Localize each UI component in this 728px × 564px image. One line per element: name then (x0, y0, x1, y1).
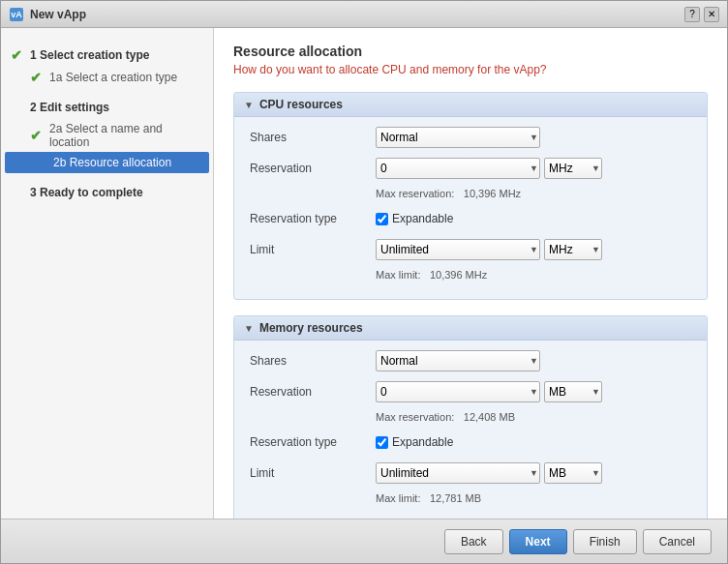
sidebar-item-step2b[interactable]: 2b Resource allocation (5, 152, 209, 173)
cpu-max-limit-value: 10,396 MHz (430, 269, 487, 281)
nav-section-step2: 2 Edit settings ✔ 2a Select a name and l… (1, 92, 213, 177)
vapp-icon: vA (9, 7, 24, 22)
mem-reservation-controls: 0 ▼ MB GB ▼ (376, 381, 691, 402)
sidebar-item-step2a[interactable]: ✔ 2a Select a name and location (1, 119, 213, 152)
content-area: ✔ 1 Select creation type ✔ 1a Select a c… (1, 28, 727, 519)
cpu-limit-controls: Unlimited Custom ▼ MHz GHz ▼ (376, 239, 691, 260)
nav-section-step1: ✔ 1 Select creation type ✔ 1a Select a c… (1, 40, 213, 92)
section-subtitle: How do you want to allocate CPU and memo… (233, 63, 708, 76)
mem-reservation-label: Reservation (250, 385, 376, 399)
mem-limit-select-wrapper: Unlimited Custom ▼ (376, 462, 540, 484)
mem-reservation-unit-select[interactable]: MB GB (544, 381, 602, 402)
cpu-reservation-controls: 0 ▼ MHz GHz ▼ (376, 158, 691, 179)
mem-max-limit-row: Max limit: 12,781 MB (250, 491, 691, 505)
mem-limit-unit-wrapper: MB GB ▼ (544, 462, 602, 484)
mem-shares-label: Shares (250, 354, 376, 368)
cpu-shares-row: Shares Normal Low High Custom ▼ (250, 125, 691, 150)
cpu-shares-controls: Normal Low High Custom ▼ (376, 127, 691, 148)
cpu-expandable-text: Expandable (392, 212, 453, 225)
memory-section-header[interactable]: ▼ Memory resources (234, 316, 707, 341)
memory-resources-section: ▼ Memory resources Shares Normal Low H (233, 315, 708, 519)
mem-expandable-checkbox[interactable] (376, 436, 388, 449)
sidebar: ✔ 1 Select creation type ✔ 1a Select a c… (1, 28, 214, 519)
mem-max-reservation-row: Max reservation: 12,408 MB (250, 410, 691, 424)
cpu-max-reservation-row: Max reservation: 10,396 MHz (250, 187, 691, 200)
cancel-button[interactable]: Cancel (643, 529, 712, 554)
mem-max-reservation-label: Max reservation: (376, 411, 460, 423)
mem-max-limit-label: Max limit: (376, 492, 427, 504)
cpu-limit-select[interactable]: Unlimited Custom (376, 239, 540, 260)
cpu-reservation-label: Reservation (250, 162, 376, 175)
cpu-expandable-checkbox-label[interactable]: Expandable (376, 212, 453, 225)
step3-space (9, 185, 24, 200)
footer: Back Next Finish Cancel (1, 519, 727, 563)
finish-button[interactable]: Finish (573, 529, 637, 554)
step1a-check-icon: ✔ (28, 70, 44, 85)
step3-label: 3 Ready to complete (30, 186, 143, 199)
mem-shares-row: Shares Normal Low High Custom ▼ (250, 348, 691, 373)
mem-shares-select[interactable]: Normal Low High Custom (376, 350, 540, 371)
mem-limit-select[interactable]: Unlimited Custom (376, 462, 540, 484)
mem-reservation-type-controls: Expandable (376, 435, 691, 449)
titlebar-actions: ? ✕ (684, 7, 719, 22)
memory-section-label: Memory resources (259, 321, 363, 335)
cpu-shares-select[interactable]: Normal Low High Custom (376, 127, 540, 148)
step2a-check-icon: ✔ (28, 128, 44, 143)
back-button[interactable]: Back (444, 529, 503, 554)
step1-check-icon: ✔ (9, 47, 24, 63)
mem-reservation-type-label: Reservation type (250, 435, 376, 449)
mem-limit-unit-select[interactable]: MB GB (544, 462, 602, 484)
next-button[interactable]: Next (509, 529, 567, 554)
cpu-reservation-unit-select[interactable]: MHz GHz (544, 158, 602, 179)
cpu-reservation-row: Reservation 0 ▼ MHz G (250, 156, 691, 181)
cpu-max-reservation-value: 10,396 MHz (464, 188, 521, 199)
cpu-reservation-unit-wrapper: MHz GHz ▼ (544, 158, 602, 179)
step1a-label: 1a Select a creation type (49, 71, 177, 84)
cpu-reservation-select[interactable]: 0 (376, 158, 540, 179)
mem-reservation-unit-wrapper: MB GB ▼ (544, 381, 602, 402)
cpu-limit-select-wrapper: Unlimited Custom ▼ (376, 239, 540, 260)
mem-limit-row: Limit Unlimited Custom ▼ (250, 460, 691, 486)
section-title: Resource allocation (233, 44, 708, 59)
cpu-reservation-type-label: Reservation type (250, 212, 376, 225)
cpu-shares-select-wrapper: Normal Low High Custom ▼ (376, 127, 540, 148)
step1-label: 1 Select creation type (30, 48, 149, 62)
mem-reservation-type-row: Reservation type Expandable (250, 430, 691, 455)
mem-limit-label: Limit (250, 466, 376, 480)
main-content: Resource allocation How do you want to a… (214, 28, 727, 519)
mem-reservation-select[interactable]: 0 (376, 381, 540, 402)
titlebar: vA New vApp ? ✕ (1, 1, 727, 28)
sidebar-item-step1[interactable]: ✔ 1 Select creation type (1, 44, 213, 67)
sidebar-item-step1a[interactable]: ✔ 1a Select a creation type (1, 67, 213, 88)
cpu-section-header[interactable]: ▼ CPU resources (234, 93, 707, 117)
cpu-resource-table: Shares Normal Low High Custom ▼ (234, 117, 707, 299)
step2-label: 2 Edit settings (30, 101, 109, 114)
mem-shares-select-wrapper: Normal Low High Custom ▼ (376, 350, 540, 371)
cpu-reservation-type-row: Reservation type Expandable (250, 206, 691, 231)
window-title: New vApp (30, 8, 684, 21)
memory-collapse-arrow: ▼ (244, 323, 254, 334)
cpu-reservation-type-controls: Expandable (376, 212, 691, 225)
close-button[interactable]: ✕ (704, 7, 719, 22)
cpu-expandable-checkbox[interactable] (376, 213, 388, 225)
mem-expandable-checkbox-label[interactable]: Expandable (376, 435, 453, 449)
mem-expandable-text: Expandable (392, 435, 453, 449)
step2b-check-icon (32, 155, 47, 170)
mem-shares-controls: Normal Low High Custom ▼ (376, 350, 691, 371)
cpu-max-limit-row: Max limit: 10,396 MHz (250, 268, 691, 282)
nav-section-step3: 3 Ready to complete (1, 177, 213, 208)
sidebar-item-step2[interactable]: 2 Edit settings (1, 96, 213, 119)
mem-limit-controls: Unlimited Custom ▼ MB GB ▼ (376, 462, 691, 484)
cpu-reservation-select-wrapper: 0 ▼ (376, 158, 540, 179)
mem-max-reservation-value: 12,408 MB (464, 411, 515, 423)
cpu-limit-label: Limit (250, 243, 376, 256)
step2-space (9, 100, 24, 115)
mem-reservation-row: Reservation 0 ▼ MB GB (250, 379, 691, 404)
sidebar-item-step3[interactable]: 3 Ready to complete (1, 181, 213, 204)
cpu-limit-row: Limit Unlimited Custom ▼ (250, 237, 691, 262)
cpu-limit-unit-wrapper: MHz GHz ▼ (544, 239, 602, 260)
mem-reservation-select-wrapper: 0 ▼ (376, 381, 540, 402)
cpu-section-label: CPU resources (259, 98, 343, 111)
help-button[interactable]: ? (684, 7, 700, 22)
cpu-limit-unit-select[interactable]: MHz GHz (544, 239, 602, 260)
